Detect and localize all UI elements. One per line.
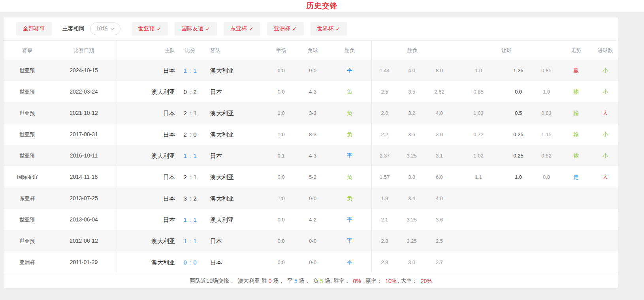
cell-trend: 走: [560, 174, 592, 180]
cell-score: 0 : 2: [177, 89, 203, 95]
cell-odds-draw: 3.0: [397, 260, 426, 265]
summary-stat-value: 20%: [421, 278, 432, 284]
league-filter-button[interactable]: 世界杯✓: [311, 22, 347, 36]
cell-result: 平: [328, 209, 372, 230]
cell-home-team: 日本: [117, 131, 177, 137]
check-icon: ✓: [336, 26, 341, 32]
cell-odds-win: 2.1: [372, 217, 397, 222]
summary-stat-value: 0: [268, 278, 271, 284]
cell-trend: 赢: [560, 68, 592, 73]
page-header: 历史交锋: [0, 0, 644, 12]
cell-date: 2017-08-31: [51, 124, 117, 145]
column-header-date: 比赛日期: [51, 41, 117, 60]
cell-goals: 大: [592, 174, 619, 180]
cell-handicap-home: 0.85: [453, 89, 504, 94]
cell-handicap-home: 1.1: [453, 174, 504, 180]
cell-trend: 输: [560, 89, 592, 94]
cell-score: 1 : 1: [177, 153, 203, 159]
cell-date: 2011-01-29: [51, 251, 117, 273]
cell-halftime: 1:0: [264, 132, 298, 137]
cell-away-team: 澳大利亚: [203, 131, 264, 137]
cell-date: 2024-10-15: [51, 60, 117, 81]
summary-line: 两队近10场交锋， 澳大利亚 胜 0 场， 平 5 场， 负 5 场, 胜率： …: [4, 273, 618, 289]
cell-date: 2013-07-25: [51, 188, 117, 209]
league-filter-button[interactable]: 国际友谊✓: [175, 22, 217, 36]
cell-goals: 小: [592, 153, 619, 158]
league-filter-button[interactable]: 东亚杯✓: [224, 22, 260, 36]
league-filter-button[interactable]: 世亚预✓: [132, 22, 168, 36]
cell-event: 国际友谊: [4, 174, 51, 180]
cell-away-team: 澳大利亚: [203, 110, 264, 116]
table-row: 世亚预2012-06-12澳大利亚1 : 1日本0:00-0平2.83.252.…: [4, 230, 618, 251]
cell-event: 世亚预: [4, 217, 51, 222]
cell-halftime: 1:0: [264, 111, 298, 116]
check-icon: ✓: [205, 26, 210, 32]
column-header-half: 半场: [264, 48, 298, 53]
cell-corners: 4-2: [298, 217, 328, 222]
cell-score: 1 : 1: [177, 217, 203, 223]
cell-handicap-line: 1.25: [504, 68, 533, 73]
match-count-value: 10场: [96, 25, 108, 32]
cell-date: 2012-06-12: [51, 230, 117, 251]
column-header-result: 胜负: [328, 41, 372, 60]
league-filter-button[interactable]: 亚洲杯✓: [267, 22, 304, 36]
summary-stat-value: 0%: [353, 278, 361, 284]
table-header-row: 赛事 比赛日期 主队 比分 客队 半场 角球 胜负 胜负 让球 走势 进球数: [4, 41, 618, 60]
check-icon: ✓: [292, 26, 297, 32]
cell-corners: 5-2: [298, 174, 328, 180]
cell-result: 负: [328, 124, 372, 145]
match-count-dropdown[interactable]: 10场: [90, 22, 121, 35]
column-header-event: 赛事: [4, 48, 51, 53]
cell-odds-draw: 3.5: [397, 89, 426, 94]
cell-result: 平: [328, 251, 372, 273]
cell-event: 世亚预: [4, 153, 51, 158]
cell-home-team: 澳大利亚: [117, 238, 177, 244]
column-header-handicap-group: 让球: [453, 48, 560, 53]
column-header-trend: 走势: [560, 48, 592, 53]
h2h-card: 全部赛事 主客相同 10场 世亚预✓国际友谊✓东亚杯✓亚洲杯✓世界杯✓ 赛事 比…: [3, 17, 618, 289]
column-header-corner: 角球: [298, 48, 328, 53]
cell-event: 世亚预: [4, 68, 51, 73]
cell-home-team: 澳大利亚: [117, 259, 177, 265]
table-row: 世亚预2017-08-31日本2 : 0澳大利亚1:08-3负2.23.63.0…: [4, 124, 618, 145]
column-header-goals: 进球数: [592, 48, 619, 53]
cell-odds-win: 1.57: [372, 174, 397, 180]
cell-away-team: 澳大利亚: [203, 217, 264, 223]
cell-halftime: 1:0: [264, 196, 298, 201]
cell-odds-draw: 4.0: [397, 68, 426, 73]
cell-corners: 4-3: [298, 89, 328, 94]
cell-corners: 9-0: [298, 68, 328, 73]
cell-handicap-line: 0.25: [504, 153, 533, 158]
cell-odds-win: 2.37: [372, 153, 397, 158]
cell-score: 1 : 1: [177, 238, 203, 244]
home-away-same-filter[interactable]: 主客相同: [62, 25, 85, 32]
cell-event: 世亚预: [4, 132, 51, 137]
table-row: 世亚预2016-10-11澳大利亚1 : 1日本0:14-3平2.373.253…: [4, 145, 618, 166]
cell-away-team: 日本: [203, 259, 264, 265]
cell-score: 2 : 0: [177, 131, 203, 137]
summary-text: ,赢率：: [361, 278, 385, 285]
cell-goals: 小: [592, 131, 619, 137]
cell-home-team: 澳大利亚: [117, 89, 177, 95]
cell-handicap-away: 0.83: [533, 111, 560, 116]
cell-away-team: 澳大利亚: [203, 68, 264, 73]
cell-odds-draw: 3.25: [397, 238, 426, 244]
summary-text: 场, 胜率：: [323, 278, 353, 285]
cell-corners: 8-3: [298, 132, 328, 137]
table-row: 世亚预2021-10-12日本2 : 1澳大利亚1:03-3负2.03.24.0…: [4, 102, 618, 124]
table-row: 东亚杯2013-07-25日本3 : 2澳大利亚1:00-0负1.93.44.0: [4, 188, 618, 209]
all-events-button[interactable]: 全部赛事: [16, 22, 52, 36]
cell-odds-draw: 3.2: [397, 111, 426, 116]
cell-odds-win: 2.8: [372, 238, 397, 244]
league-filter-label: 亚洲杯: [274, 25, 290, 32]
cell-date: 2014-11-18: [51, 166, 117, 188]
cell-odds-win: 2.5: [372, 89, 397, 94]
cell-odds-lose: 8.0: [426, 68, 453, 73]
cell-odds-draw: 3.8: [397, 174, 426, 180]
cell-handicap-away: 0.82: [533, 153, 560, 158]
cell-odds-win: 1.9: [372, 196, 397, 201]
cell-date: 2013-06-04: [51, 209, 117, 230]
cell-odds-draw: 3.4: [397, 196, 426, 201]
cell-corners: 0-0: [298, 238, 328, 244]
cell-odds-win: 2.0: [372, 111, 397, 116]
